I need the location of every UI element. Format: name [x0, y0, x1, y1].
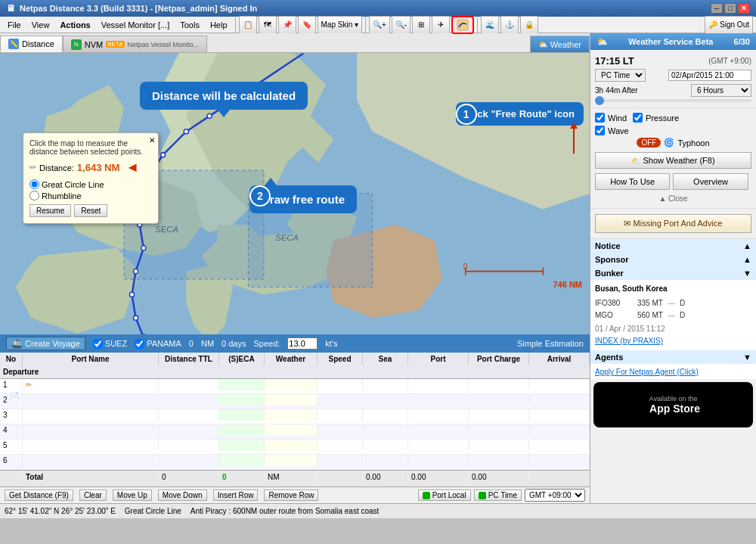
menu-actions[interactable]: Actions — [55, 19, 94, 31]
toolbar-icon-6[interactable]: ⚓ — [500, 16, 519, 34]
step-1-badge: 1 — [456, 104, 477, 125]
typhoon-toggle[interactable]: OFF — [637, 138, 661, 148]
time-slider[interactable] — [595, 99, 751, 102]
menu-view[interactable]: View — [27, 19, 54, 31]
sign-out-btn[interactable]: 🔑 Sign Out — [705, 16, 753, 34]
td-port-2[interactable] — [23, 394, 159, 406]
col-arrival: Arrival — [529, 353, 590, 365]
notice-section-header[interactable]: Notice ▲ — [590, 239, 756, 253]
rhumbline-radio[interactable] — [29, 191, 39, 201]
resume-btn[interactable]: Resume — [29, 204, 71, 217]
total-dist: 0 — [159, 471, 219, 483]
date-input[interactable] — [668, 70, 751, 81]
map-area[interactable]: 0 SECA SECA 746 NM 3 Distance will be ca… — [0, 53, 590, 334]
toolbar-icon-5[interactable]: 🌊 — [481, 16, 499, 34]
td-port-5[interactable] — [23, 440, 159, 451]
port-local-toggle[interactable]: Port Local — [418, 490, 471, 501]
suez-checkbox[interactable] — [93, 339, 103, 349]
distance-popup-close[interactable]: ✕ — [149, 136, 155, 145]
minimize-btn[interactable]: ─ — [711, 3, 723, 14]
move-down-btn[interactable]: Move Down — [158, 490, 207, 501]
menu-help[interactable]: Help — [206, 19, 232, 31]
bunker-section-header[interactable]: Bunker ▼ — [590, 266, 756, 280]
td-weather-2 — [265, 394, 318, 406]
menu-tools[interactable]: Tools — [175, 19, 204, 31]
reset-btn[interactable]: Reset — [74, 204, 107, 217]
speed-input[interactable] — [287, 337, 318, 350]
wave-checkbox[interactable] — [595, 126, 605, 135]
suez-checkbox-label[interactable]: SUEZ — [93, 339, 127, 349]
total-nm: NM — [265, 471, 318, 483]
toolbar-icon-3[interactable]: 📌 — [278, 16, 296, 34]
create-voyage-btn[interactable]: 🚢 Create Voyage — [6, 337, 85, 350]
voyage-distance: 0 — [189, 339, 194, 348]
callout-2-container: Draw free route 2 — [249, 185, 357, 213]
time-mode-select[interactable]: PC Time — [595, 69, 646, 82]
wind-checkbox[interactable] — [595, 113, 605, 123]
weather-options-section: Wind Pressure Wave OFF 🌀 Typhoon ⛅ Show … — [590, 108, 756, 209]
zoom-out-btn[interactable]: 🔍- — [392, 16, 411, 34]
table-row: 4 — [0, 424, 590, 440]
td-charge-2 — [469, 394, 529, 406]
weather-panel-header: ⛅ Weather Service Beta 6/30 — [590, 33, 756, 50]
great-circle-label: Great Circle Line — [42, 180, 104, 189]
menu-vessel[interactable]: Vessel Monitor [...] — [97, 19, 174, 31]
td-departure-3 — [0, 421, 23, 424]
tab-distance[interactable]: 📏 Distance — [0, 36, 63, 52]
great-circle-radio[interactable] — [29, 179, 39, 189]
move-up-btn[interactable]: Move Up — [113, 490, 152, 501]
table-row: 5 — [0, 440, 590, 455]
td-weather-4 — [265, 424, 318, 436]
toolbar-icon-7[interactable]: 🔒 — [520, 16, 538, 34]
how-to-use-btn[interactable]: How To Use — [595, 173, 670, 190]
agents-section-header[interactable]: Agents ▼ — [590, 350, 756, 364]
status-bar: 62° 15' 41.02" N 26° 25' 23.00" E Great … — [0, 503, 756, 518]
free-route-icon — [456, 18, 469, 32]
zoom-reset-btn[interactable]: ⊞ — [412, 16, 430, 34]
td-port-6[interactable] — [23, 455, 159, 466]
td-sea-2 — [363, 394, 408, 406]
toolbar-icon-2[interactable]: 🗺 — [259, 16, 277, 34]
td-port-1[interactable]: ✏ — [23, 379, 159, 390]
close-section[interactable]: ▲ Close — [595, 192, 751, 205]
timezone-select[interactable]: GMT +09:00 — [525, 489, 585, 502]
td-speed-5 — [318, 440, 363, 451]
td-port-4[interactable] — [23, 424, 159, 436]
td-dist-1 — [159, 379, 219, 390]
get-distance-btn[interactable]: Get Distance (F9) — [5, 490, 73, 501]
remove-row-btn[interactable]: Remove Row — [264, 490, 318, 501]
map-skin-btn[interactable]: Map Skin ▾ — [318, 16, 362, 34]
clear-btn[interactable]: Clear — [79, 490, 107, 501]
agents-link[interactable]: Apply For Netpas Agent (Click) — [595, 368, 699, 376]
missing-port-btn[interactable]: ✉ Missing Port And Advice — [595, 214, 751, 233]
panama-checkbox-label[interactable]: PANAMA — [135, 339, 181, 349]
table-body: 1 ✏ 📄 — [0, 379, 590, 470]
app-store-banner[interactable]: Available on the App Store — [593, 382, 753, 427]
voyage-speed-label: Speed: — [253, 339, 280, 348]
tab-weather[interactable]: ⛅ Weather — [530, 36, 590, 52]
duration-select[interactable]: 6 Hours — [691, 84, 751, 97]
close-btn[interactable]: ✕ — [738, 3, 750, 14]
pressure-checkbox[interactable] — [633, 113, 643, 123]
overview-btn[interactable]: Overview — [673, 173, 748, 190]
distance-value: 1,643 NM — [77, 162, 119, 173]
td-dist-3 — [159, 409, 219, 421]
nav-btn[interactable]: ✈ — [432, 16, 450, 34]
route-type-group: Great Circle Line Rhumbline — [29, 179, 152, 201]
maximize-btn[interactable]: □ — [724, 3, 736, 14]
td-port2-2 — [408, 394, 469, 406]
index-link[interactable]: INDEX (by PRAXIS) — [595, 337, 663, 345]
td-seca-3 — [219, 409, 265, 421]
zoom-in-btn[interactable]: 🔍+ — [369, 16, 390, 34]
tab-nvm[interactable]: N NVM BETA Netpas Vessel Monito... — [63, 36, 207, 52]
show-weather-btn[interactable]: ⛅ Show Weather (F8) — [595, 152, 751, 169]
sponsor-section-header[interactable]: Sponsor ▲ — [590, 253, 756, 266]
free-route-btn[interactable] — [451, 16, 474, 34]
pc-time-toggle[interactable]: PC Time — [474, 490, 522, 501]
toolbar-icon-4[interactable]: 🔖 — [298, 16, 316, 34]
menu-file[interactable]: File — [3, 19, 26, 31]
toolbar-icon-1[interactable]: 📋 — [239, 16, 257, 34]
insert-row-btn[interactable]: Insert Row — [213, 490, 259, 501]
td-port-3[interactable] — [23, 409, 159, 421]
panama-checkbox[interactable] — [135, 339, 144, 349]
